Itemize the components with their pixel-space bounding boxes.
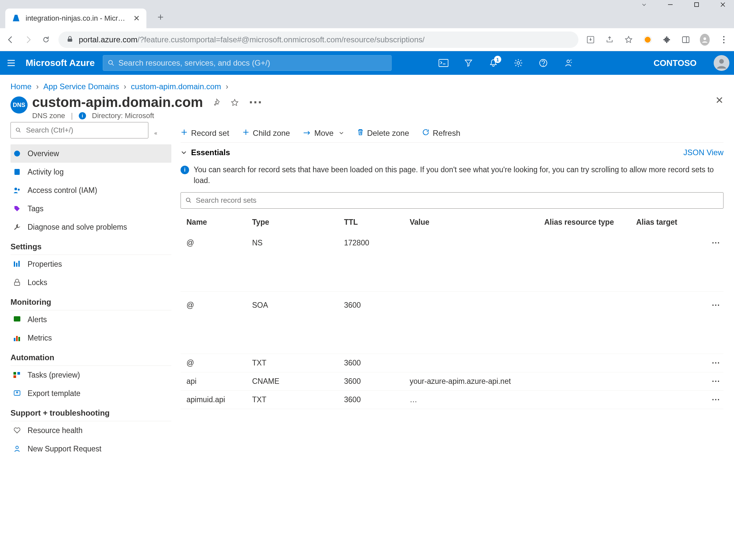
close-blade-icon[interactable]: ✕ — [715, 94, 724, 106]
info-icon: i — [180, 166, 189, 174]
sidebar-search-input[interactable] — [26, 126, 143, 135]
table-row[interactable]: @ NS 172800 ··· — [180, 229, 724, 292]
forward-button[interactable] — [23, 34, 33, 45]
cell-name: @ — [186, 359, 252, 367]
notifications-icon[interactable]: 1 — [488, 58, 499, 68]
sidebar-item-export-template[interactable]: Export template — [10, 384, 171, 403]
table-row[interactable]: @ SOA 3600 ··· — [180, 292, 724, 354]
install-icon[interactable] — [586, 35, 596, 45]
svg-rect-28 — [16, 336, 18, 341]
new-tab-button[interactable]: ＋ — [156, 10, 165, 28]
support-icon — [12, 444, 22, 453]
browser-tab[interactable]: integration-ninjas.co.in - Microso ✕ — [5, 9, 146, 28]
log-icon — [12, 167, 22, 176]
table-row[interactable]: @ TXT 3600 ··· — [180, 354, 724, 372]
brand-label[interactable]: Microsoft Azure — [26, 58, 95, 68]
side-panel-icon[interactable] — [681, 35, 691, 45]
svg-point-17 — [16, 128, 19, 131]
col-ttl[interactable]: TTL — [344, 218, 410, 227]
profile-icon[interactable] — [700, 35, 710, 45]
col-value[interactable]: Value — [410, 218, 544, 227]
feedback-icon[interactable] — [563, 58, 574, 68]
page-subtitle: DNS zone — [32, 112, 65, 120]
sidebar-search[interactable] — [10, 122, 148, 138]
user-avatar[interactable] — [714, 55, 729, 71]
directory-label: Directory: Microsoft — [92, 112, 154, 120]
sidebar-item-metrics[interactable]: Metrics — [10, 329, 171, 347]
col-name[interactable]: Name — [186, 218, 252, 227]
help-icon[interactable] — [538, 58, 549, 68]
info-icon[interactable]: i — [79, 112, 86, 119]
pin-icon[interactable] — [212, 94, 220, 110]
sidebar-item-tasks[interactable]: Tasks (preview) — [10, 366, 171, 384]
cell-ttl: 3600 — [344, 377, 410, 386]
more-icon[interactable]: ··· — [249, 94, 262, 110]
sidebar-item-resource-health[interactable]: Resource health — [10, 421, 171, 440]
row-menu-icon[interactable]: ··· — [702, 239, 720, 247]
chevron-down-icon[interactable] — [180, 149, 187, 156]
crumb-home[interactable]: Home — [10, 82, 31, 91]
kebab-menu-icon[interactable] — [719, 35, 729, 45]
col-alias-target[interactable]: Alias target — [636, 218, 702, 227]
trash-icon — [357, 129, 364, 138]
json-view-link[interactable]: JSON View — [683, 148, 724, 157]
col-type[interactable]: Type — [252, 218, 344, 227]
refresh-button[interactable]: Refresh — [422, 129, 460, 138]
cloud-shell-icon[interactable] — [438, 58, 449, 68]
chevron-down-icon[interactable] — [641, 1, 647, 8]
row-menu-icon[interactable]: ··· — [702, 301, 720, 310]
tenant-label[interactable]: CONTOSO — [654, 58, 697, 68]
maximize-icon[interactable] — [693, 1, 700, 8]
row-menu-icon[interactable]: ··· — [702, 377, 720, 386]
cell-type: CNAME — [252, 377, 344, 386]
essentials-label[interactable]: Essentials — [191, 148, 230, 157]
crumb-resource[interactable]: custom-apim.domain.com — [131, 82, 221, 91]
child-zone-button[interactable]: Child zone — [242, 129, 290, 138]
sidebar-item-locks[interactable]: Locks — [10, 273, 171, 292]
reload-button[interactable] — [41, 34, 51, 45]
status-dot[interactable] — [643, 35, 653, 45]
minimize-icon[interactable] — [667, 1, 674, 8]
table-row[interactable]: api CNAME 3600 your-azure-apim.azure-api… — [180, 372, 724, 391]
export-icon — [12, 389, 22, 398]
global-search-input[interactable] — [118, 58, 387, 68]
record-search-input[interactable] — [196, 196, 719, 205]
sidebar-heading-automation: Automation — [10, 347, 171, 366]
hamburger-icon[interactable] — [5, 56, 18, 70]
col-alias-type[interactable]: Alias resource type — [544, 218, 636, 227]
global-search[interactable] — [103, 55, 392, 71]
share-icon[interactable] — [605, 35, 615, 45]
record-set-button[interactable]: Record set — [180, 129, 229, 138]
cell-type: NS — [252, 239, 344, 247]
svg-rect-11 — [439, 59, 448, 67]
table-row[interactable]: apimuid.api TXT 3600 … ··· — [180, 391, 724, 409]
back-button[interactable] — [5, 34, 16, 45]
svg-point-8 — [723, 39, 724, 40]
filter-icon[interactable] — [463, 58, 474, 68]
sidebar-item-tags[interactable]: Tags — [10, 199, 171, 218]
svg-point-18 — [14, 151, 20, 156]
close-window-icon[interactable] — [720, 1, 726, 8]
collapse-sidebar-icon[interactable]: « — [154, 130, 157, 136]
bookmark-icon[interactable] — [624, 35, 634, 45]
sidebar-item-iam[interactable]: Access control (IAM) — [10, 181, 171, 199]
move-button[interactable]: Move — [303, 129, 344, 138]
favorite-icon[interactable] — [230, 94, 239, 110]
sidebar-item-alerts[interactable]: Alerts — [10, 310, 171, 329]
sidebar-item-properties[interactable]: Properties — [10, 255, 171, 273]
sidebar-item-support-request[interactable]: New Support Request — [10, 440, 171, 458]
delete-zone-button[interactable]: Delete zone — [357, 129, 409, 138]
extensions-icon[interactable] — [662, 35, 672, 45]
crumb-service[interactable]: App Service Domains — [43, 82, 119, 91]
people-icon — [12, 186, 22, 195]
row-menu-icon[interactable]: ··· — [702, 395, 720, 404]
tab-close-icon[interactable]: ✕ — [133, 14, 140, 23]
sidebar-item-activity-log[interactable]: Activity log — [10, 163, 171, 181]
gear-icon[interactable] — [513, 58, 524, 68]
sidebar-item-diagnose[interactable]: Diagnose and solve problems — [10, 218, 171, 236]
sidebar-item-overview[interactable]: Overview — [10, 144, 171, 163]
svg-point-6 — [703, 37, 706, 40]
address-bar[interactable]: portal.azure.com/?feature.customportal=f… — [58, 31, 578, 48]
row-menu-icon[interactable]: ··· — [702, 359, 720, 367]
record-search[interactable] — [180, 192, 724, 209]
